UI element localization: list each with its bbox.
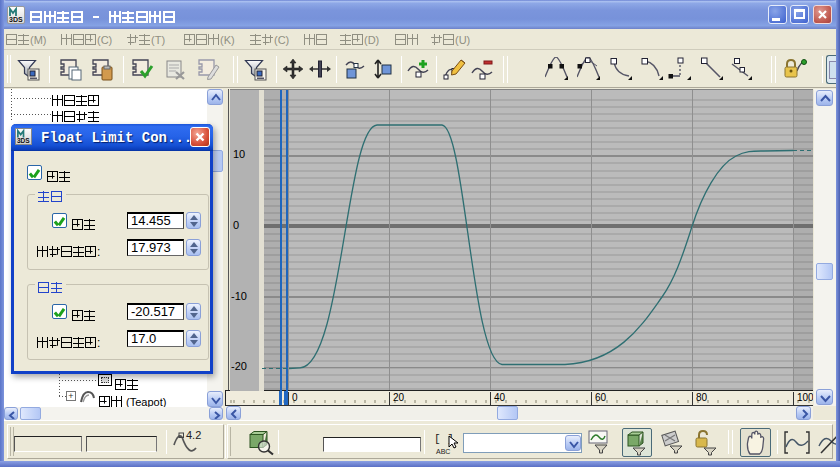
svg-text:3DS: 3DS — [9, 16, 23, 23]
svg-text:4.2: 4.2 — [186, 429, 201, 441]
svg-text:ABC: ABC — [436, 448, 450, 455]
svg-text:3DS: 3DS — [17, 137, 30, 144]
